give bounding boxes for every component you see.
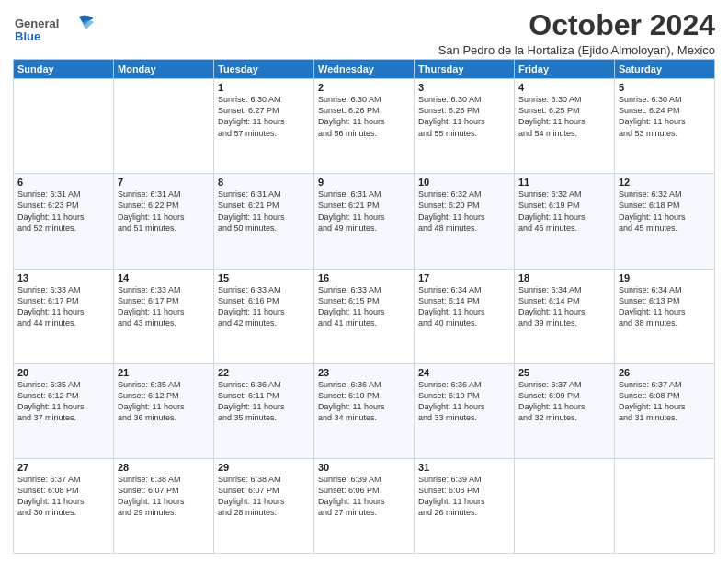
day-number: 31 <box>418 462 510 473</box>
calendar-cell: 5Sunrise: 6:30 AMSunset: 6:24 PMDaylight… <box>615 79 715 174</box>
calendar-cell: 22Sunrise: 6:36 AMSunset: 6:11 PMDayligh… <box>214 363 314 458</box>
day-info: Sunrise: 6:31 AMSunset: 6:22 PMDaylight:… <box>118 189 210 234</box>
header: General Blue October 2024 San Pedro de l… <box>13 9 715 57</box>
month-title: October 2024 <box>438 9 715 41</box>
day-info: Sunrise: 6:30 AMSunset: 6:24 PMDaylight:… <box>619 94 711 139</box>
day-number: 3 <box>418 82 510 93</box>
day-number: 19 <box>619 272 711 283</box>
day-number: 28 <box>118 462 210 473</box>
calendar-cell: 20Sunrise: 6:35 AMSunset: 6:12 PMDayligh… <box>14 363 114 458</box>
day-number: 25 <box>518 367 610 378</box>
calendar-cell: 16Sunrise: 6:33 AMSunset: 6:15 PMDayligh… <box>314 269 415 363</box>
calendar-cell: 9Sunrise: 6:31 AMSunset: 6:21 PMDaylight… <box>314 174 415 269</box>
calendar-cell: 1Sunrise: 6:30 AMSunset: 6:27 PMDaylight… <box>214 79 314 174</box>
calendar-cell: 28Sunrise: 6:38 AMSunset: 6:07 PMDayligh… <box>114 458 214 553</box>
calendar-week-row: 27Sunrise: 6:37 AMSunset: 6:08 PMDayligh… <box>14 458 715 553</box>
day-number: 16 <box>318 272 410 283</box>
day-info: Sunrise: 6:38 AMSunset: 6:07 PMDaylight:… <box>218 474 310 519</box>
day-number: 7 <box>118 177 210 188</box>
day-number: 26 <box>619 367 711 378</box>
calendar-cell: 7Sunrise: 6:31 AMSunset: 6:22 PMDaylight… <box>114 174 214 269</box>
calendar-cell <box>615 458 715 553</box>
calendar-week-row: 13Sunrise: 6:33 AMSunset: 6:17 PMDayligh… <box>14 269 715 363</box>
calendar-cell: 6Sunrise: 6:31 AMSunset: 6:23 PMDaylight… <box>14 174 114 269</box>
day-info: Sunrise: 6:33 AMSunset: 6:15 PMDaylight:… <box>318 284 410 329</box>
day-info: Sunrise: 6:31 AMSunset: 6:21 PMDaylight:… <box>318 189 410 234</box>
calendar-cell: 4Sunrise: 6:30 AMSunset: 6:25 PMDaylight… <box>515 79 615 174</box>
weekday-header: Sunday <box>14 60 114 79</box>
calendar-cell: 17Sunrise: 6:34 AMSunset: 6:14 PMDayligh… <box>415 269 515 363</box>
day-info: Sunrise: 6:38 AMSunset: 6:07 PMDaylight:… <box>118 474 210 519</box>
day-number: 8 <box>218 177 310 188</box>
calendar-cell: 14Sunrise: 6:33 AMSunset: 6:17 PMDayligh… <box>114 269 214 363</box>
logo: General Blue <box>13 13 96 52</box>
calendar-cell: 2Sunrise: 6:30 AMSunset: 6:26 PMDaylight… <box>314 79 415 174</box>
day-info: Sunrise: 6:31 AMSunset: 6:21 PMDaylight:… <box>218 189 310 234</box>
day-info: Sunrise: 6:30 AMSunset: 6:26 PMDaylight:… <box>318 94 410 139</box>
day-number: 13 <box>17 272 109 283</box>
calendar-cell: 25Sunrise: 6:37 AMSunset: 6:09 PMDayligh… <box>515 363 615 458</box>
day-number: 1 <box>218 82 310 93</box>
day-info: Sunrise: 6:32 AMSunset: 6:18 PMDaylight:… <box>619 189 711 234</box>
calendar-cell: 15Sunrise: 6:33 AMSunset: 6:16 PMDayligh… <box>214 269 314 363</box>
calendar-cell: 31Sunrise: 6:39 AMSunset: 6:06 PMDayligh… <box>415 458 515 553</box>
day-number: 17 <box>418 272 510 283</box>
day-number: 10 <box>418 177 510 188</box>
weekday-header: Saturday <box>615 60 715 79</box>
day-info: Sunrise: 6:37 AMSunset: 6:08 PMDaylight:… <box>619 379 711 424</box>
calendar-cell: 26Sunrise: 6:37 AMSunset: 6:08 PMDayligh… <box>615 363 715 458</box>
day-info: Sunrise: 6:39 AMSunset: 6:06 PMDaylight:… <box>318 474 410 519</box>
weekday-header-row: SundayMondayTuesdayWednesdayThursdayFrid… <box>14 60 715 79</box>
day-info: Sunrise: 6:34 AMSunset: 6:14 PMDaylight:… <box>418 284 510 329</box>
day-number: 15 <box>218 272 310 283</box>
calendar-week-row: 20Sunrise: 6:35 AMSunset: 6:12 PMDayligh… <box>14 363 715 458</box>
day-number: 4 <box>518 82 610 93</box>
calendar-cell: 24Sunrise: 6:36 AMSunset: 6:10 PMDayligh… <box>415 363 515 458</box>
day-number: 9 <box>318 177 410 188</box>
day-info: Sunrise: 6:35 AMSunset: 6:12 PMDaylight:… <box>118 379 210 424</box>
weekday-header: Thursday <box>415 60 515 79</box>
weekday-header: Tuesday <box>214 60 314 79</box>
day-number: 2 <box>318 82 410 93</box>
svg-text:Blue: Blue <box>15 29 40 43</box>
day-info: Sunrise: 6:36 AMSunset: 6:11 PMDaylight:… <box>218 379 310 424</box>
day-info: Sunrise: 6:37 AMSunset: 6:08 PMDaylight:… <box>17 474 109 519</box>
day-info: Sunrise: 6:33 AMSunset: 6:17 PMDaylight:… <box>17 284 109 329</box>
day-info: Sunrise: 6:37 AMSunset: 6:09 PMDaylight:… <box>518 379 610 424</box>
calendar-week-row: 1Sunrise: 6:30 AMSunset: 6:27 PMDaylight… <box>14 79 715 174</box>
day-number: 23 <box>318 367 410 378</box>
day-number: 14 <box>118 272 210 283</box>
day-info: Sunrise: 6:30 AMSunset: 6:25 PMDaylight:… <box>518 94 610 139</box>
day-info: Sunrise: 6:34 AMSunset: 6:13 PMDaylight:… <box>619 284 711 329</box>
day-number: 27 <box>17 462 109 473</box>
calendar-cell: 8Sunrise: 6:31 AMSunset: 6:21 PMDaylight… <box>214 174 314 269</box>
day-number: 21 <box>118 367 210 378</box>
day-number: 29 <box>218 462 310 473</box>
day-number: 11 <box>518 177 610 188</box>
calendar-cell <box>515 458 615 553</box>
day-info: Sunrise: 6:30 AMSunset: 6:27 PMDaylight:… <box>218 94 310 139</box>
calendar-cell: 18Sunrise: 6:34 AMSunset: 6:14 PMDayligh… <box>515 269 615 363</box>
day-number: 20 <box>17 367 109 378</box>
day-info: Sunrise: 6:35 AMSunset: 6:12 PMDaylight:… <box>17 379 109 424</box>
calendar-cell <box>114 79 214 174</box>
day-number: 5 <box>619 82 711 93</box>
day-number: 6 <box>17 177 109 188</box>
calendar-cell: 10Sunrise: 6:32 AMSunset: 6:20 PMDayligh… <box>415 174 515 269</box>
day-info: Sunrise: 6:36 AMSunset: 6:10 PMDaylight:… <box>318 379 410 424</box>
calendar-cell: 11Sunrise: 6:32 AMSunset: 6:19 PMDayligh… <box>515 174 615 269</box>
weekday-header: Friday <box>515 60 615 79</box>
day-info: Sunrise: 6:32 AMSunset: 6:19 PMDaylight:… <box>518 189 610 234</box>
calendar-cell: 30Sunrise: 6:39 AMSunset: 6:06 PMDayligh… <box>314 458 415 553</box>
calendar-cell: 3Sunrise: 6:30 AMSunset: 6:26 PMDaylight… <box>415 79 515 174</box>
logo-text: General Blue <box>13 13 96 52</box>
day-number: 22 <box>218 367 310 378</box>
day-info: Sunrise: 6:39 AMSunset: 6:06 PMDaylight:… <box>418 474 510 519</box>
svg-text:General: General <box>15 17 59 30</box>
day-number: 12 <box>619 177 711 188</box>
day-info: Sunrise: 6:34 AMSunset: 6:14 PMDaylight:… <box>518 284 610 329</box>
calendar-cell: 13Sunrise: 6:33 AMSunset: 6:17 PMDayligh… <box>14 269 114 363</box>
calendar-cell: 29Sunrise: 6:38 AMSunset: 6:07 PMDayligh… <box>214 458 314 553</box>
calendar-cell <box>14 79 114 174</box>
calendar-table: SundayMondayTuesdayWednesdayThursdayFrid… <box>13 59 715 554</box>
